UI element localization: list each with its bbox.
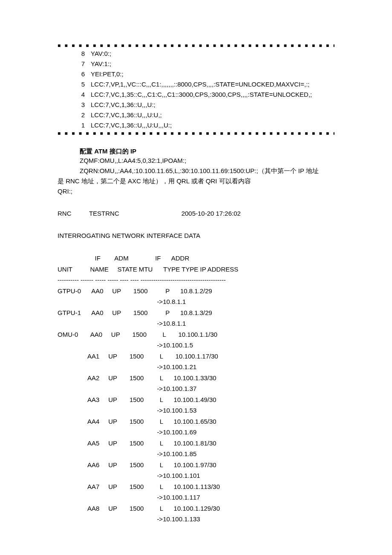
command-row: 4LCC:7,VC,1,35::C,,,C1:C,,,C1::3000,CPS,…	[75, 90, 334, 100]
body-line-2: ZQRN:OMU,,:AA4,:10.100.11.65,L,:30:10.10…	[58, 166, 334, 176]
table-row: ->10.100.1.5	[58, 340, 334, 351]
table-row: AA5 UP 1500 L 10.100.1.81/30	[58, 438, 334, 449]
command-row: 2LCC:7,VC,1,36::U,,,U:U,;	[75, 110, 334, 120]
table-row: AA3 UP 1500 L 10.100.1.49/30	[58, 394, 334, 405]
table-row: ->10.100.1.133	[58, 514, 334, 525]
table-row: ->10.100.1.53	[58, 405, 334, 416]
data-table-body: GTPU-0 AA0 UP 1500 P 10.8.1.2/29 ->10.8.…	[58, 286, 334, 525]
table-row: GTPU-1 AA0 UP 1500 P 10.8.1.3/29	[58, 307, 334, 318]
command-row: 8YAV:0:;	[75, 49, 334, 59]
command-number: 8	[75, 49, 91, 59]
table-row: ->10.100.1.69	[58, 427, 334, 438]
table-header-row2: UNIT NAME STATE MTU TYPE TYPE IP ADDRESS	[58, 264, 334, 275]
table-row: ->10.100.1.85	[58, 448, 334, 460]
command-text: LCC:7,VC,1,36::U,,,U:;	[91, 100, 334, 110]
dotted-separator-top: ■ ■ ■ ■ ■ ■ ■ ■ ■ ■ ■ ■ ■ ■ ■ ■ ■ ■ ■ ■ …	[58, 43, 334, 49]
title-prefix: 配置	[80, 147, 92, 155]
command-number: 3	[75, 100, 91, 110]
table-row: ->10.100.1.101	[58, 470, 334, 481]
command-number: 1	[75, 120, 91, 130]
table-row: AA2 UP 1500 L 10.100.1.33/30	[58, 373, 334, 384]
command-number: 5	[75, 79, 91, 90]
command-text: YEI:PET,0:;	[91, 69, 334, 79]
command-row: 3LCC:7,VC,1,36::U,,,U:;	[75, 100, 334, 110]
table-row: ->10.8.1.1	[58, 296, 334, 307]
command-row: 6YEI:PET,0:;	[75, 69, 334, 79]
command-text: LCC:7,VC,1,36::U,,,U:U,;	[91, 110, 334, 120]
rnc-datetime: 2005-10-20 17:26:02	[182, 210, 241, 217]
document-page: ■ ■ ■ ■ ■ ■ ■ ■ ■ ■ ■ ■ ■ ■ ■ ■ ■ ■ ■ ■ …	[0, 0, 392, 550]
table-header: IF ADM IF ADDR UNIT NAME STATE MTU TYPE …	[58, 253, 334, 286]
command-text: LCC:7,VC,1,36::U,,,U:U,,,U:;	[91, 120, 334, 130]
command-list: 8YAV:0:;7YAV:1:;6YEI:PET,0:;5LCC:7,VP,1,…	[58, 49, 334, 130]
table-row: GTPU-0 AA0 UP 1500 P 10.8.1.2/29	[58, 286, 334, 297]
table-header-row1: IF ADM IF ADDR	[58, 253, 334, 264]
dotted-separator-bottom: ■ ■ ■ ■ ■ ■ ■ ■ ■ ■ ■ ■ ■ ■ ■ ■ ■ ■ ■ ■ …	[58, 130, 334, 136]
command-text: LCC:7,VP,1,,VC:::C,,,C1:,,,,,,,::8000,CP…	[91, 79, 334, 90]
table-row: ->10.8.1.1	[58, 318, 334, 329]
table-header-sep: ---------- ------ ----- ----- ---- ---- …	[58, 275, 334, 286]
rnc-header-line: RNC TESTRNC 2005-10-20 17:26:02	[58, 208, 334, 219]
table-row: AA1 UP 1500 L 10.100.1.17/30	[58, 351, 334, 362]
table-row: ->10.100.1.117	[58, 492, 334, 503]
command-text: YAV:1:;	[91, 59, 334, 69]
table-row: AA8 UP 1500 L 10.100.1.129/30	[58, 503, 334, 514]
table-title: INTERROGATING NETWORK INTERFACE DATA	[58, 231, 334, 241]
table-row: AA6 UP 1500 L 10.100.1.97/30	[58, 460, 334, 471]
command-row: 5LCC:7,VP,1,,VC:::C,,,C1:,,,,,,,::8000,C…	[75, 79, 334, 90]
rnc-name: TESTRNC	[89, 210, 119, 217]
command-number: 2	[75, 110, 91, 120]
table-row: OMU-0 AA0 UP 1500 L 10.100.1.1/30	[58, 329, 334, 340]
title-atm: ATM	[92, 147, 110, 155]
command-text: LCC:7,VC,1,35::C,,,C1:C,,,C1::3000,CPS,:…	[91, 90, 334, 100]
body-line-3: 是 RNC 地址，第二个是 AXC 地址），用 QRL 或者 QRI 可以看内容	[58, 176, 334, 186]
command-number: 6	[75, 69, 91, 79]
title-ip: IP	[129, 147, 136, 155]
command-row: 7YAV:1:;	[75, 59, 334, 69]
body-line-4: QRI:;	[58, 186, 334, 197]
body-line-1: ZQMF:OMU,,L:AA4:5,0,32:1,IPOAM:;	[58, 156, 334, 166]
title-mid: 接口的	[110, 147, 129, 155]
command-number: 4	[75, 90, 91, 100]
command-number: 7	[75, 59, 91, 69]
table-row: ->10.100.1.37	[58, 383, 334, 394]
section-title: 配置 ATM 接口的 IP	[58, 147, 334, 156]
table-row: AA4 UP 1500 L 10.100.1.65/30	[58, 416, 334, 427]
table-row: ->10.100.1.21	[58, 361, 334, 373]
command-text: YAV:0:;	[91, 49, 334, 59]
command-row: 1LCC:7,VC,1,36::U,,,U:U,,,U:;	[75, 120, 334, 130]
table-row: AA7 UP 1500 L 10.100.1.113/30	[58, 481, 334, 492]
rnc-label: RNC	[58, 210, 72, 217]
